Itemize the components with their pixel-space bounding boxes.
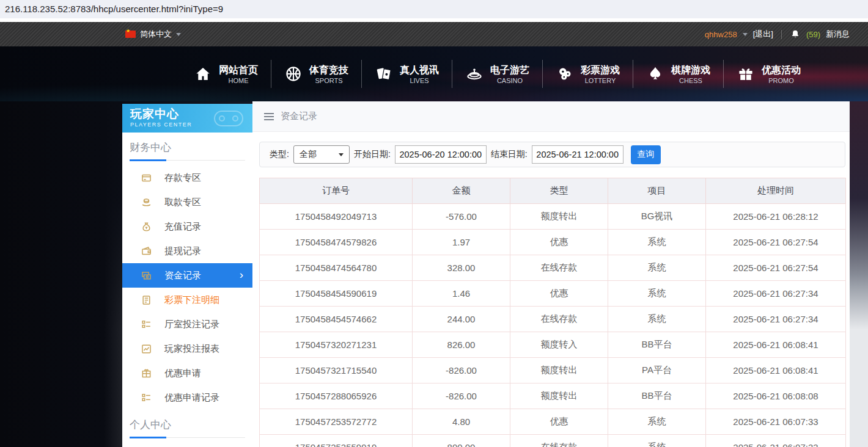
sidebar-item-label: 优惠申请 [164,368,201,379]
type-select[interactable]: 全部 [293,145,350,164]
nav-item-lives[interactable]: 真人视讯LIVES [362,64,452,85]
language-label: 简体中文 [140,29,172,40]
table-row: 1750458454574662244.00在线存款系统2025-06-21 0… [260,307,846,332]
header-order-no: 订单号 [260,178,413,204]
message-label[interactable]: 新消息 [826,29,850,40]
table-header-row: 订单号 金额 类型 项目 处理时间 [260,178,846,204]
cell-order-no: 1750458454590619 [260,281,413,307]
sidebar-item-label: 取款专区 [164,197,201,208]
withdraw-hand-icon [141,197,152,208]
cell-order-no: 1750457320271231 [260,332,413,358]
cell-type: 优惠 [510,409,608,435]
cell-type: 优惠 [510,230,608,255]
message-count[interactable]: (59) [806,30,820,39]
section-underline [130,437,245,438]
nav-item-chess[interactable]: 棋牌游戏CHESS [633,64,723,85]
nav-item-casino[interactable]: 电子游艺CASINO [452,64,542,85]
home-icon [194,65,212,83]
cell-item: BB平台 [608,383,706,409]
sidebar-menu: 存款专区 取款专区 充值记录 提现记录 资金记录 [122,165,252,410]
sidebar-section-personal: 个人中心 [130,418,252,432]
chevron-down-icon[interactable] [743,33,748,36]
browser-url-bar[interactable]: 216.118.235.52:8783/hhcp/usercenter.html… [0,0,868,18]
sidebar-item-deposit[interactable]: 存款专区 [122,165,252,190]
sidebar-item-label: 充值记录 [164,221,201,233]
china-flag-icon [125,31,136,38]
main-nav: 网站首页HOME 体育竞技SPORTS 真人视讯LIVES 电子游艺CASINO… [0,46,868,101]
cell-amount: 800.00 [413,435,510,447]
nav-item-lottery[interactable]: 彩票游戏LOTTERY [543,64,633,85]
user-area: qhhw258 [退出] (59) 新消息 [705,29,850,40]
cell-time: 2025-06-21 06:07:33 [706,435,846,447]
gamepad-icon [208,106,249,133]
cell-time: 2025-06-21 06:28:12 [706,204,846,230]
cell-type: 额度转出 [510,204,608,230]
sidebar-item-label: 资金记录 [164,270,201,282]
table-row: 1750457321715540-826.00额度转出PA平台2025-06-2… [260,358,846,383]
roulette-icon [465,65,484,83]
cell-item: BB平台 [608,332,706,358]
chart-icon [141,344,152,354]
sidebar-item-withdraw[interactable]: 取款专区 [122,190,252,214]
nav-item-home[interactable]: 网站首页HOME [181,64,271,85]
main-content: 资金记录 类型: 全部 开始日期: 2025-06-20 12:00:00 结束… [252,101,850,447]
sidebar-item-hall-bet-record[interactable]: 厅室投注记录 [122,312,252,336]
start-date-input[interactable]: 2025-06-20 12:00:00 [395,145,487,164]
sidebar-item-funds-record[interactable]: 资金记录 [122,263,252,288]
table-row: 1750457288065926-826.00额度转出BB平台2025-06-2… [260,383,846,409]
topbar: 简体中文 qhhw258 [退出] (59) 新消息 [0,22,868,46]
header-amount: 金额 [413,178,510,204]
table-row: 1750457320271231826.00额度转入BB平台2025-06-21… [260,332,846,358]
nav-item-sports[interactable]: 体育竞技SPORTS [271,64,361,85]
search-button[interactable]: 查询 [631,145,661,164]
cell-order-no: 1750458492049713 [260,204,413,230]
deposit-card-icon [141,173,152,183]
cell-type: 优惠 [510,281,608,307]
gift-box-icon [141,368,152,379]
divider [781,30,782,39]
header-time: 处理时间 [706,178,846,204]
cell-time: 2025-06-21 06:08:41 [706,358,846,383]
end-date-input[interactable]: 2025-06-21 12:00:00 [532,145,623,164]
cell-type: 在线存款 [510,307,608,332]
bell-icon[interactable] [790,29,801,40]
cell-item: 系统 [608,255,706,281]
chevron-down-icon [339,153,344,156]
sidebar-item-label: 玩家投注报表 [164,343,219,355]
cell-item: PA平台 [608,358,706,383]
sidebar-item-label: 彩票下注明细 [164,294,219,306]
cell-item: 系统 [608,230,706,255]
list-icon [141,393,152,403]
cell-type: 额度转出 [510,383,608,409]
sidebar-item-promo-apply[interactable]: 优惠申请 [122,361,252,385]
cell-order-no: 1750458474579826 [260,230,413,255]
sidebar-item-promo-apply-record[interactable]: 优惠申请记录 [122,385,252,410]
language-selector[interactable]: 简体中文 [125,29,181,40]
username[interactable]: qhhw258 [705,30,737,39]
cell-item: 系统 [608,307,706,332]
cell-type: 在线存款 [510,255,608,281]
sidebar-item-player-bet-report[interactable]: 玩家投注报表 [122,336,252,361]
sidebar-item-withdraw-record[interactable]: 提现记录 [122,239,252,263]
cell-item: 系统 [608,409,706,435]
menu-icon[interactable] [264,113,274,120]
logout-button[interactable]: [退出] [753,29,773,40]
basketball-icon [284,65,303,83]
cell-amount: 244.00 [413,307,510,332]
cell-order-no: 1750457288065926 [260,383,413,409]
header-item: 项目 [608,178,706,204]
cell-amount: 826.00 [413,332,510,358]
sidebar-item-lottery-bet-detail[interactable]: 彩票下注明细 [122,288,252,312]
cell-item: 系统 [608,281,706,307]
sidebar: 玩家中心 PLAYERS CENTER 财务中心 存款专区 取款专区 [122,104,252,447]
document-icon [141,295,152,305]
table-row: 1750457253559919800.00在线存款系统2025-06-21 0… [260,435,846,447]
cell-time: 2025-06-21 06:27:54 [706,230,846,255]
nav-item-promo[interactable]: 优惠活动PROMO [724,64,814,85]
sidebar-header: 玩家中心 PLAYERS CENTER [122,104,252,133]
cards-icon [375,65,393,83]
sidebar-section-finance: 财务中心 [130,140,252,154]
sidebar-item-recharge-record[interactable]: 充值记录 [122,214,252,239]
breadcrumb-label: 资金记录 [281,111,317,122]
table-row: 17504572535727724.80优惠系统2025-06-21 06:07… [260,409,846,435]
